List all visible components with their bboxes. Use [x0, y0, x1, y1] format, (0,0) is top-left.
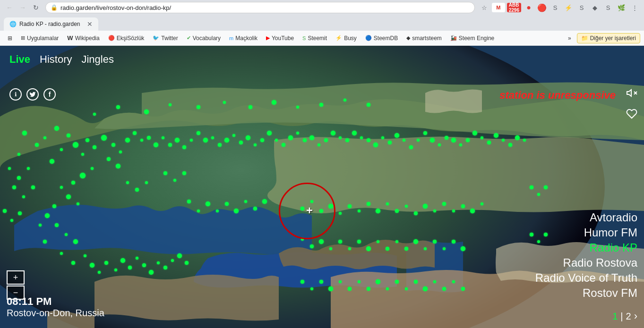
uygulamalar-label: Uygulamalar — [27, 35, 59, 42]
wikipedia-icon: W — [67, 34, 73, 42]
eksisozluk-label: EkşiSözlük — [117, 35, 145, 42]
back-button[interactable]: ← — [4, 2, 15, 13]
radio-dot — [386, 287, 389, 290]
map-container[interactable]: + Live History Jingles ℹ f station is un… — [0, 46, 644, 328]
bookmark-steem-engine[interactable]: 🚂 Steem Engine — [447, 34, 498, 43]
radio-dot — [352, 131, 357, 135]
heart-icon[interactable] — [626, 108, 637, 122]
station-radio-kp[interactable]: Radio KP — [535, 241, 637, 254]
zoom-in-button[interactable]: + — [7, 270, 25, 285]
forward-button[interactable]: → — [17, 2, 28, 13]
bookmark-wikipedia[interactable]: W Wikipedia — [63, 33, 103, 43]
radio-dot — [162, 136, 164, 139]
bookmarks-more-button[interactable]: » — [565, 34, 574, 43]
radio-dot — [502, 139, 505, 142]
ext-8[interactable]: ◆ — [589, 2, 601, 13]
page-2-link[interactable]: 2 — [626, 311, 631, 322]
radio-dot — [376, 209, 380, 213]
radio-dot — [318, 143, 320, 146]
radio-dot — [508, 143, 512, 147]
ext-7[interactable]: S — [576, 2, 587, 13]
ext-10[interactable]: 🌿 — [616, 2, 627, 13]
station-avtoradio[interactable]: Avtoradio — [535, 211, 637, 224]
reload-button[interactable]: ↻ — [30, 2, 42, 13]
bookmark-steemdb[interactable]: 🔵 SteemDB — [361, 34, 402, 43]
radio-dot — [367, 287, 370, 291]
station-humor-fm[interactable]: Humor FM — [535, 226, 637, 239]
bookmark-eksisozluk[interactable]: 🔴 EkşiSözlük — [104, 34, 148, 43]
twitter-social-icon[interactable] — [26, 88, 39, 101]
info-icon[interactable]: ℹ — [9, 88, 22, 101]
active-tab[interactable]: 🌐 Radio KP - radio.garden ✕ — [4, 17, 98, 31]
radio-dot — [348, 287, 352, 291]
radio-dot — [423, 286, 428, 291]
ext-4[interactable]: 🔴 — [536, 2, 548, 13]
radio-dot — [185, 261, 189, 265]
ext-9[interactable]: S — [602, 2, 614, 13]
facebook-social-icon[interactable]: f — [43, 88, 56, 101]
radio-dot — [104, 261, 108, 265]
radio-dot — [163, 171, 167, 175]
nav-live[interactable]: Live — [9, 53, 30, 66]
radio-dot — [43, 136, 46, 139]
eksisozluk-icon: 🔴 — [108, 35, 115, 41]
tab-close-button[interactable]: ✕ — [87, 20, 93, 28]
ext-badge-1[interactable]: ABB2296 — [507, 3, 521, 12]
volume-icon[interactable] — [626, 87, 637, 101]
pagination: 1 | 2 › — [612, 310, 637, 322]
bookmark-apps[interactable]: ⊞ — [4, 34, 16, 43]
bookmark-uygulamalar[interactable]: ⊞ Uygulamalar — [17, 34, 62, 43]
radio-dot — [288, 135, 293, 140]
radio-dot — [331, 131, 335, 135]
radio-dot — [530, 185, 533, 189]
radio-dot — [339, 212, 342, 215]
ext-3[interactable]: ● — [523, 2, 534, 13]
station-radio-rostova[interactable]: Radio Rostova — [535, 256, 637, 269]
gmail-extension[interactable]: M — [492, 3, 505, 12]
bookmark-steemit[interactable]: S Steemit — [299, 34, 331, 43]
radio-dot — [157, 261, 160, 264]
station-radio-voice-truth[interactable]: Radio Voice of Truth — [535, 271, 637, 285]
location-crosshair: + — [306, 205, 313, 216]
radio-dot — [27, 167, 30, 170]
apps-icon: ⊞ — [8, 35, 12, 42]
bookmarks-folder-button[interactable]: 📁 Diğer yer işaretleri — [577, 33, 640, 43]
radio-dot — [461, 204, 465, 208]
radio-dot — [296, 106, 299, 109]
bookmark-vocabulary[interactable]: ✔ Vocabulary — [183, 34, 224, 43]
page-chevron-icon[interactable]: › — [634, 310, 637, 322]
bookmark-mackolik[interactable]: m Maçkolik — [225, 34, 261, 43]
ext-5[interactable]: S — [550, 2, 561, 13]
top-right-icons — [626, 87, 637, 122]
radio-dot — [319, 280, 323, 284]
radio-dot — [171, 259, 174, 262]
radio-dot — [54, 126, 59, 131]
twitter-icon: 🐦 — [153, 35, 159, 41]
radio-dot — [267, 131, 272, 135]
radio-dot — [149, 270, 154, 275]
bookmark-youtube[interactable]: ▶ YouTube — [262, 34, 298, 43]
address-bar[interactable]: 🔒 radio.garden/live/rostov-on-don/radio-… — [45, 2, 475, 13]
bookmark-twitter[interactable]: 🐦 Twitter — [149, 34, 181, 43]
browser-chrome: ← → ↻ 🔒 radio.garden/live/rostov-on-don/… — [0, 0, 644, 31]
bookmark-star-button[interactable]: ☆ — [479, 2, 490, 13]
bookmark-busy[interactable]: ⚡ Busy — [332, 34, 361, 43]
radio-dot — [125, 138, 130, 143]
radio-dot — [154, 143, 158, 147]
nav-jingles[interactable]: Jingles — [81, 53, 113, 66]
station-rostov-fm[interactable]: Rostov FM — [535, 286, 637, 300]
radio-dot — [367, 138, 370, 142]
radio-dot — [35, 143, 39, 147]
radio-dot — [60, 252, 63, 255]
radio-dot — [262, 199, 267, 204]
radio-dot — [472, 131, 477, 135]
menu-button[interactable]: ⋮ — [629, 2, 640, 13]
steem-engine-label: Steem Engine — [459, 35, 494, 42]
bookmark-smartsteem[interactable]: ◆ smartsteem — [403, 34, 446, 43]
ext-6[interactable]: ⚡ — [563, 2, 574, 13]
page-1-link[interactable]: 1 — [612, 311, 618, 322]
uygulamalar-icon: ⊞ — [21, 35, 25, 41]
nav-history[interactable]: History — [40, 53, 72, 66]
radio-dot — [60, 148, 63, 151]
vocabulary-icon: ✔ — [187, 35, 191, 41]
